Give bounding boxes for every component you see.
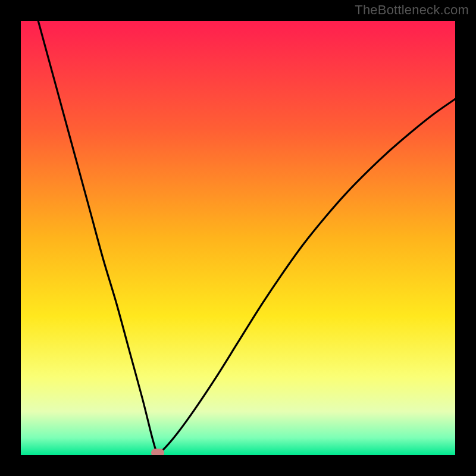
optimum-marker (151, 449, 164, 455)
watermark-text: TheBottleneck.com (355, 2, 469, 18)
bottleneck-curve (21, 21, 455, 455)
chart-plot-area (21, 21, 455, 455)
